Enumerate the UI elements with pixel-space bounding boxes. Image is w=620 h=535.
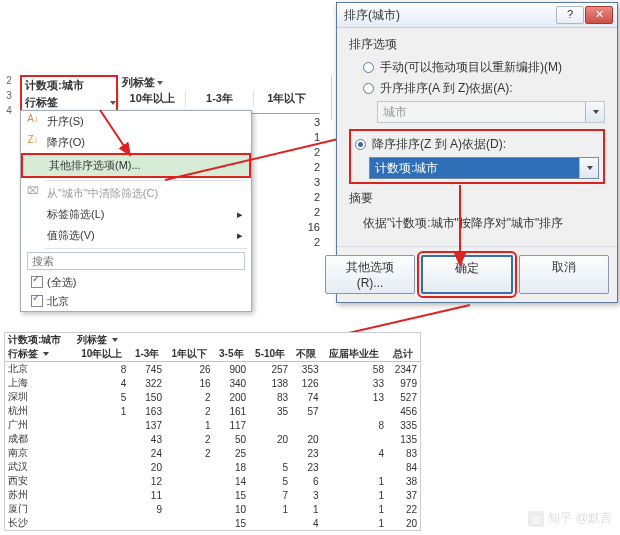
result-pivot-table: 计数项:城市 列标签 行标签 10年以上1-3年1年以下3-5年5-10年不限应…	[4, 332, 421, 531]
table-row: 南京2422523483	[5, 446, 420, 460]
data-cell: 20	[291, 432, 321, 446]
column-header: 总计	[387, 347, 420, 362]
pivot-col-label: 列标签	[77, 334, 107, 345]
data-cell: 11	[129, 488, 165, 502]
data-cell: 137	[129, 418, 165, 432]
table-row: 深圳51502200837413527	[5, 390, 420, 404]
col-field-dropdown-icon[interactable]	[157, 81, 163, 85]
col-field-dropdown-icon[interactable]	[112, 338, 118, 342]
clear-filter-icon: ⌧	[25, 185, 41, 199]
ok-button[interactable]: 确定	[421, 255, 513, 294]
data-cell	[129, 516, 165, 530]
data-cell: 83	[387, 446, 420, 460]
table-row: 北京874526900257353582347	[5, 362, 420, 377]
data-cell: 5	[249, 474, 291, 488]
data-cell: 7	[249, 488, 291, 502]
row-city-label: 苏州	[5, 488, 74, 502]
row-field-dropdown-icon[interactable]	[43, 352, 49, 356]
combo-dropdown-icon[interactable]	[579, 158, 598, 178]
data-cell	[74, 502, 129, 516]
column-header: 1年以下	[165, 347, 214, 362]
data-cell: 900	[214, 362, 250, 377]
data-cell: 138	[249, 376, 291, 390]
radio-descending[interactable]: 降序排序(Z 到 A)依据(D):	[355, 134, 599, 155]
data-cell	[165, 488, 214, 502]
data-cell: 20	[129, 460, 165, 474]
data-cell: 4	[291, 516, 321, 530]
data-cell	[74, 460, 129, 474]
menu-more-sort-options[interactable]: 其他排序选项(M)...	[21, 153, 251, 178]
data-cell	[74, 418, 129, 432]
table-row: 苏州111573137	[5, 488, 420, 502]
column-header: 不限	[291, 347, 321, 362]
data-cell: 25	[214, 446, 250, 460]
more-options-button[interactable]: 其他选项(R)...	[325, 255, 415, 294]
row-city-label: 上海	[5, 376, 74, 390]
data-cell	[74, 516, 129, 530]
data-cell	[322, 460, 387, 474]
data-cell: 43	[129, 432, 165, 446]
data-cell: 10	[214, 502, 250, 516]
combo-dropdown-icon	[585, 102, 604, 122]
sort-asc-icon: A↓	[25, 113, 41, 127]
column-header: 5-10年	[249, 347, 291, 362]
row-city-label: 杭州	[5, 404, 74, 418]
data-cell: 20	[249, 432, 291, 446]
data-cell: 9	[129, 502, 165, 516]
row-field-dropdown-icon[interactable]	[110, 101, 116, 105]
menu-check-all[interactable]: (全选)	[21, 273, 251, 292]
desc-field-combo[interactable]: 计数项:城市	[369, 157, 599, 179]
radio-icon	[363, 62, 374, 73]
data-cell: 26	[165, 362, 214, 377]
radio-manual[interactable]: 手动(可以拖动项目以重新编排)(M)	[349, 57, 605, 78]
data-cell: 2	[165, 404, 214, 418]
data-cell: 117	[214, 418, 250, 432]
table-row: 成都432502020135	[5, 432, 420, 446]
column-header: 3-5年	[214, 347, 250, 362]
column-header: 1-3年	[129, 347, 165, 362]
cancel-button[interactable]: 取消	[519, 255, 609, 294]
menu-value-filter[interactable]: 值筛选(V) ▸	[21, 225, 251, 246]
menu-clear-filter[interactable]: ⌧ 从"城市"中清除筛选(C)	[21, 183, 251, 204]
data-cell: 1	[165, 418, 214, 432]
data-cell: 74	[291, 390, 321, 404]
help-button[interactable]: ?	[556, 6, 584, 24]
data-cell: 2	[165, 390, 214, 404]
close-button[interactable]: ✕	[585, 6, 613, 24]
menu-sort-asc[interactable]: A↓ 升序(S)	[21, 111, 251, 132]
row-city-label: 西安	[5, 474, 74, 488]
menu-search[interactable]	[27, 252, 245, 270]
data-cell: 14	[214, 474, 250, 488]
dialog-titlebar[interactable]: 排序(城市) ? ✕	[337, 3, 617, 28]
data-cell: 33	[322, 376, 387, 390]
data-cell: 135	[387, 432, 420, 446]
data-cell: 4	[74, 376, 129, 390]
menu-label-filter[interactable]: 标签筛选(L) ▸	[21, 204, 251, 225]
data-cell: 4	[322, 446, 387, 460]
table-row: 厦门91011122	[5, 502, 420, 516]
row-city-label: 武汉	[5, 460, 74, 474]
pivot-row-label: 行标签	[8, 348, 38, 359]
menu-check-item[interactable]: 北京	[21, 292, 251, 311]
data-cell: 50	[214, 432, 250, 446]
data-cell	[249, 516, 291, 530]
radio-ascending[interactable]: 升序排序(A 到 Z)依据(A):	[349, 78, 605, 99]
pivot-measure-title: 计数项:城市	[5, 333, 74, 347]
row-city-label: 长沙	[5, 516, 74, 530]
row-city-label: 厦门	[5, 502, 74, 516]
data-cell: 20	[387, 516, 420, 530]
data-cell: 18	[214, 460, 250, 474]
data-cell: 38	[387, 474, 420, 488]
data-cell: 5	[249, 460, 291, 474]
menu-divider	[45, 248, 247, 249]
row-city-label: 成都	[5, 432, 74, 446]
column-header: 1年以下	[253, 90, 320, 107]
data-cell: 200	[214, 390, 250, 404]
data-cell: 1	[249, 502, 291, 516]
data-cell: 2	[165, 432, 214, 446]
data-cell: 23	[291, 446, 321, 460]
data-cell	[165, 502, 214, 516]
data-cell: 35	[249, 404, 291, 418]
menu-search-input[interactable]	[27, 252, 245, 270]
menu-sort-desc[interactable]: Z↓ 降序(O)	[21, 132, 251, 153]
